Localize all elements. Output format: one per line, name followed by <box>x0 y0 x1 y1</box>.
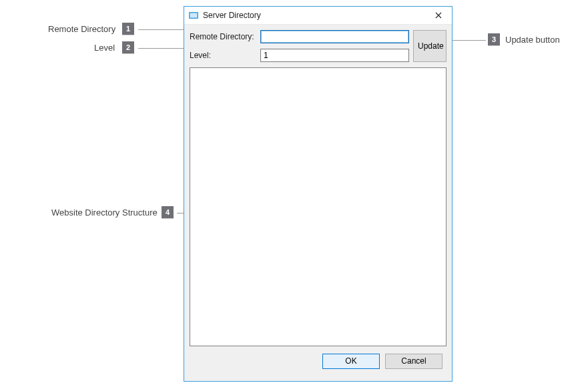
annotated-screenshot: Remote Directory 1 Level 2 Website Direc… <box>0 0 588 389</box>
callout-marker-4: 4 <box>162 206 174 218</box>
level-input[interactable] <box>260 49 409 62</box>
callout-marker-2: 2 <box>122 41 134 53</box>
ok-button[interactable]: OK <box>322 354 380 369</box>
callout-label-4: Website Directory Structure <box>51 208 158 218</box>
close-icon <box>435 12 442 19</box>
callout-label-2: Level <box>94 43 115 53</box>
cancel-button[interactable]: Cancel <box>385 354 443 369</box>
remote-directory-input[interactable] <box>260 30 409 43</box>
svg-rect-1 <box>190 13 198 18</box>
callout-label-3: Update button <box>505 35 560 45</box>
server-directory-dialog: Server Directory Remote Directory: Updat… <box>184 6 453 382</box>
callout-line-2 <box>138 48 188 49</box>
directory-tree[interactable] <box>190 67 447 346</box>
level-label: Level: <box>190 51 256 60</box>
titlebar: Server Directory <box>184 7 452 25</box>
close-button[interactable] <box>425 7 452 25</box>
callout-line-1 <box>138 29 188 30</box>
dialog-button-row: OK Cancel <box>190 346 447 376</box>
callout-line-3 <box>449 40 486 41</box>
app-icon <box>188 10 199 21</box>
dialog-title: Server Directory <box>203 11 261 20</box>
callout-marker-3: 3 <box>488 33 500 45</box>
callout-label-1: Remote Directory <box>48 24 115 34</box>
update-button[interactable]: Update <box>413 30 447 62</box>
dialog-client-area: Remote Directory: Update Level: OK Cance… <box>184 25 452 381</box>
remote-directory-label: Remote Directory: <box>190 32 256 41</box>
callout-marker-1: 1 <box>122 23 134 35</box>
form-grid: Remote Directory: Update Level: <box>190 29 447 63</box>
